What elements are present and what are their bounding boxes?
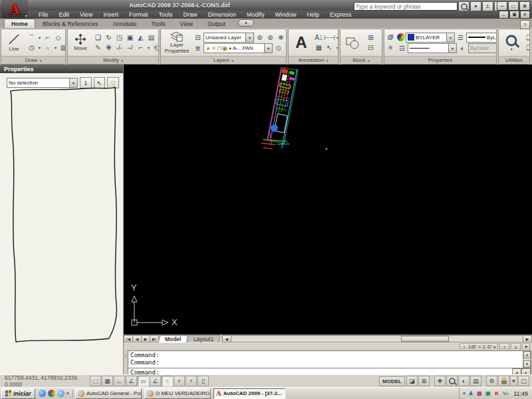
quick-launch-overflow-icon[interactable]: » — [66, 390, 69, 396]
layer-unisolate-icon[interactable]: ⊜ — [265, 33, 275, 42]
panel-expand-icon[interactable]: ◂ — [326, 58, 328, 63]
lightbulb-on-icon[interactable]: ● — [205, 43, 211, 53]
explode-icon[interactable]: ❋ — [104, 43, 114, 53]
tray-icon-1[interactable]: ♟ — [467, 390, 474, 397]
menu-express[interactable]: Express — [325, 11, 357, 18]
ducs-toggle[interactable]: ϟ — [162, 376, 173, 386]
coordinates-readout[interactable]: 617759.4431, 4178832.2339, 0.0000 — [2, 374, 90, 388]
grid-toggle[interactable]: ▦ — [102, 376, 113, 386]
multileader-icon[interactable]: ↖ — [325, 43, 334, 53]
menu-draw[interactable]: Draw — [178, 11, 202, 18]
plot-style-icon[interactable]: ◐ — [458, 43, 467, 53]
annotation-visibility-button[interactable]: ▲ — [499, 343, 509, 350]
command-window-grip[interactable]: ⁞⁞ — [124, 352, 126, 358]
ribbon-minimize-button[interactable]: ▼ — [238, 19, 254, 27]
panel-expand-icon[interactable]: ◂ — [368, 58, 370, 63]
copy-clip-icon[interactable]: ❏ — [524, 43, 530, 53]
lwt-toggle[interactable]: + — [186, 376, 197, 386]
trim-icon[interactable]: ◳ — [114, 33, 124, 43]
quick-view-drawings-icon[interactable]: ⊞ — [418, 376, 430, 386]
multiline-text-button[interactable]: A — [290, 35, 313, 51]
scroll-left-icon[interactable]: ◀ — [223, 336, 231, 342]
command-history[interactable]: Command: Command: ▲ ▼ — [128, 350, 531, 368]
menu-edit[interactable]: Edit — [54, 11, 75, 18]
table-icon[interactable]: ▦ — [314, 43, 324, 53]
panel-expand-icon[interactable]: ◂ — [231, 58, 233, 63]
communication-center-icon[interactable]: Σ — [482, 1, 493, 11]
status-menu-icon[interactable]: ▾ — [510, 376, 517, 386]
ellipse-icon[interactable]: ○ — [43, 45, 53, 51]
restore-button[interactable]: □ — [508, 1, 519, 11]
last-tab-icon[interactable]: ▶| — [150, 335, 159, 342]
tab-blocks-references[interactable]: Blocks & References — [35, 19, 106, 28]
menu-window[interactable]: Window — [270, 11, 302, 18]
layer-tools-icon[interactable]: ≣ — [193, 43, 203, 53]
circle-dropdown-icon[interactable]: ▾ — [37, 45, 42, 50]
pan-icon[interactable]: ✥ — [434, 376, 446, 386]
match-properties-icon[interactable]: 🗊 — [386, 33, 396, 43]
browser-icon[interactable] — [48, 390, 55, 397]
stretch-icon[interactable]: ▣ — [125, 33, 135, 43]
taskbar-item-firefox-1[interactable]: AutoCAD General - Post ... — [75, 388, 142, 399]
tray-icon-5[interactable]: V₂ — [502, 390, 509, 397]
kaspersky-icon[interactable]: K — [493, 390, 500, 397]
command-scrollbar[interactable]: ▲ ▼ — [523, 351, 531, 368]
qp-toggle[interactable]: ▯ — [198, 376, 209, 386]
fillet-dropdown-icon[interactable]: ▾ — [146, 45, 151, 50]
doc-minimize-button[interactable]: – — [499, 11, 509, 19]
trim-extend-icon[interactable]: -/- — [114, 43, 124, 53]
search-icon[interactable] — [458, 1, 469, 11]
annotation-autoscale-button[interactable]: ▲ — [511, 343, 521, 350]
linetype-icon[interactable]: ☲ — [397, 43, 407, 53]
panel-expand-icon[interactable]: ◂ — [121, 58, 123, 63]
insert-block-button[interactable] — [342, 36, 364, 50]
menu-help[interactable]: Help — [302, 11, 325, 18]
arc-dropdown-icon[interactable]: ▾ — [37, 35, 42, 40]
drawing-canvas[interactable]: Y X — [124, 65, 532, 334]
mirror-icon[interactable]: ◭ — [136, 33, 146, 43]
palette-title-bar[interactable]: Properties — [0, 65, 123, 73]
scrollbar-thumb[interactable] — [401, 336, 449, 342]
leader-dropdown-icon[interactable]: ▾ — [335, 45, 338, 50]
model-space-button[interactable]: MODEL — [379, 376, 405, 386]
list-icon[interactable]: ≡ — [386, 43, 396, 53]
erase-icon[interactable]: ✎ — [93, 43, 103, 53]
scroll-up-icon[interactable]: ▲ — [523, 351, 531, 358]
layer-states-icon[interactable]: ⊟ — [193, 33, 203, 42]
taskbar-clock[interactable]: 11:49 — [511, 390, 531, 397]
offset-icon[interactable]: ⎗ — [152, 43, 159, 53]
steering-wheel-icon[interactable]: ◐ — [458, 376, 469, 386]
array-icon[interactable]: ▤ — [146, 33, 156, 43]
linetype-combo[interactable]: ▾ — [408, 43, 457, 53]
array-dropdown-icon[interactable]: ▾ — [157, 35, 159, 40]
doc-close-button[interactable]: ✕ — [520, 11, 530, 19]
menu-file[interactable]: File — [33, 11, 54, 18]
tab-layout1[interactable]: Layout1 — [186, 335, 220, 342]
sun-icon[interactable]: ☀ — [211, 43, 217, 53]
dropdown-icon[interactable]: ▾ — [448, 44, 456, 53]
menu-modify[interactable]: Modify — [241, 11, 270, 18]
text-style-icon[interactable]: A⌶ — [314, 33, 324, 43]
taskbar-item-autocad[interactable]: A AutoCAD 2009 - [37-2... — [213, 388, 285, 399]
hatch-icon[interactable]: ▨ — [59, 43, 66, 53]
start-button[interactable]: Iniciar — [1, 388, 35, 399]
scroll-down-icon[interactable]: ▼ — [523, 360, 531, 368]
arc-icon[interactable]: ⌒ — [27, 33, 37, 43]
tray-icon-3[interactable]: ▣ — [485, 390, 491, 397]
next-tab-icon[interactable]: ▶ — [141, 335, 150, 342]
ortho-toggle[interactable]: ∟ — [114, 376, 125, 386]
rotate-icon[interactable]: ↻ — [104, 33, 114, 43]
infocenter-search-input[interactable] — [354, 2, 458, 11]
dropdown-icon[interactable]: ▾ — [264, 44, 272, 53]
copy-icon[interactable]: ❏ — [93, 33, 103, 43]
dyn-toggle[interactable]: + — [174, 376, 185, 386]
menu-insert[interactable]: Insert — [98, 11, 124, 18]
scroll-right-icon[interactable]: ▶ — [523, 336, 531, 342]
menu-format[interactable]: Format — [124, 11, 154, 18]
annotation-scale-button[interactable]: ▲ 1/8" = 1'-0" ▾ — [460, 343, 499, 350]
horizontal-scrollbar[interactable]: ◀ ▶ — [222, 335, 532, 342]
msn-icon[interactable] — [57, 390, 65, 397]
tab-output[interactable]: Output — [200, 19, 233, 28]
dropdown-icon[interactable]: ▾ — [446, 33, 454, 42]
menu-tools[interactable]: Tools — [153, 11, 178, 18]
